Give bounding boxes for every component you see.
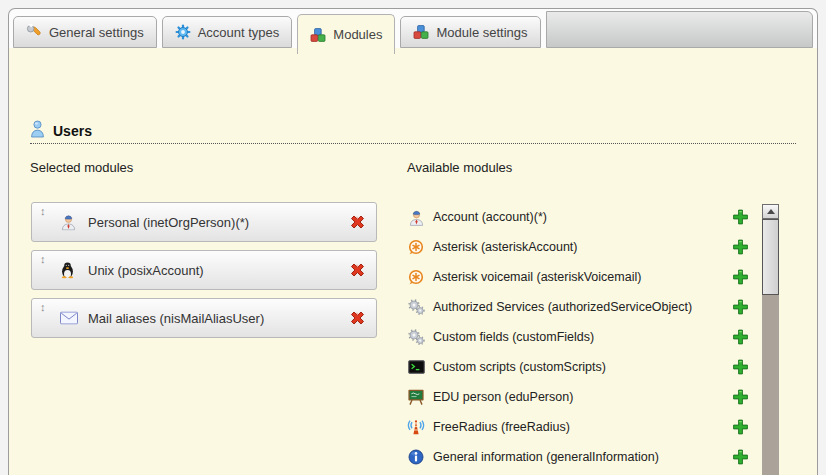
mail-icon — [60, 312, 78, 325]
user-icon — [30, 120, 45, 142]
add-module-button[interactable] — [732, 389, 749, 406]
modules-tab-content: Users Selected modules Available modules… — [9, 48, 817, 475]
add-module-button[interactable] — [732, 449, 749, 466]
blackboard-icon — [407, 389, 425, 405]
module-label: EDU person (eduPerson) — [433, 390, 573, 404]
tab-label: Account types — [198, 25, 280, 40]
tab-label: General settings — [49, 25, 144, 40]
module-label: Authorized Services (authorizedServiceOb… — [433, 300, 692, 314]
modules-icon — [413, 24, 429, 40]
module-label: Account (account)(*) — [433, 210, 547, 224]
remove-module-button[interactable] — [349, 310, 366, 327]
tab-label: Module settings — [436, 25, 527, 40]
available-module-row: General information (generalInformation) — [407, 442, 751, 472]
scrollbar-up-button[interactable] — [762, 204, 779, 219]
tab-label: Modules — [333, 27, 382, 42]
person-icon — [60, 214, 77, 231]
remove-module-button[interactable] — [349, 214, 366, 231]
available-module-row: Custom fields (customFields) — [407, 322, 751, 352]
module-label: Mail aliases (nisMailAliasUser) — [88, 311, 264, 326]
module-label: Custom fields (customFields) — [433, 330, 594, 344]
gear-icon — [175, 24, 191, 40]
tab-bar-filler — [546, 11, 813, 48]
tab-bar: General settings Account types Modules M… — [9, 9, 817, 48]
add-module-button[interactable] — [732, 239, 749, 256]
available-module-row: Authorized Services (authorizedServiceOb… — [407, 292, 751, 322]
add-module-button[interactable] — [732, 269, 749, 286]
tab-modules[interactable]: Modules — [297, 14, 395, 54]
selected-modules-label: Selected modules — [30, 160, 133, 175]
wrench-icon — [26, 24, 42, 40]
selected-module-row[interactable]: ↕ Personal (inetOrgPerson)(*) — [31, 202, 377, 242]
add-module-button[interactable] — [732, 209, 749, 226]
available-modules-scrollbar[interactable] — [762, 204, 779, 475]
tab-module-settings[interactable]: Module settings — [400, 16, 540, 48]
gears-icon — [407, 299, 425, 315]
asterisk-icon — [407, 239, 425, 255]
add-module-button[interactable] — [732, 419, 749, 436]
module-label: FreeRadius (freeRadius) — [433, 420, 570, 434]
available-modules-list: Account (account)(*) Asterisk (asteriskA… — [407, 202, 751, 475]
selected-module-row[interactable]: ↕ Unix (posixAccount) — [31, 250, 377, 290]
available-module-row: EDU person (eduPerson) — [407, 382, 751, 412]
add-module-button[interactable] — [732, 329, 749, 346]
scrollbar-thumb[interactable] — [762, 219, 779, 295]
tab-general-settings[interactable]: General settings — [13, 16, 157, 48]
available-module-row: Asterisk (asteriskAccount) — [407, 232, 751, 262]
gears-icon — [407, 329, 425, 345]
module-label: General information (generalInformation) — [433, 450, 659, 464]
available-modules-label: Available modules — [407, 160, 512, 175]
drag-handle-icon[interactable]: ↕ — [40, 206, 46, 217]
module-label: Asterisk voicemail (asteriskVoicemail) — [433, 270, 641, 284]
available-module-row: Account (account)(*) — [407, 202, 751, 232]
modules-icon — [310, 27, 326, 43]
module-label: Asterisk (asteriskAccount) — [433, 240, 577, 254]
configuration-panel: General settings Account types Modules M… — [8, 8, 818, 475]
module-label: Unix (posixAccount) — [88, 263, 204, 278]
terminal-icon — [407, 360, 425, 374]
drag-handle-icon[interactable]: ↕ — [40, 254, 46, 265]
add-module-button[interactable] — [732, 299, 749, 316]
users-section-header: Users — [30, 119, 796, 144]
info-icon — [407, 449, 425, 465]
up-arrow-icon — [767, 209, 775, 214]
person-icon — [407, 209, 425, 226]
available-module-row: Custom scripts (customScripts) — [407, 352, 751, 382]
section-title: Users — [53, 123, 92, 139]
module-label: Personal (inetOrgPerson)(*) — [88, 215, 249, 230]
add-module-button[interactable] — [732, 359, 749, 376]
remove-module-button[interactable] — [349, 262, 366, 279]
asterisk-icon — [407, 269, 425, 285]
drag-handle-icon[interactable]: ↕ — [40, 302, 46, 313]
selected-module-row[interactable]: ↕ Mail aliases (nisMailAliasUser) — [31, 298, 377, 338]
tab-account-types[interactable]: Account types — [162, 16, 293, 48]
available-module-row: FreeRadius (freeRadius) — [407, 412, 751, 442]
available-module-row: Asterisk voicemail (asteriskVoicemail) — [407, 262, 751, 292]
antenna-icon — [407, 419, 425, 435]
tux-icon — [60, 262, 75, 279]
module-label: Custom scripts (customScripts) — [433, 360, 606, 374]
